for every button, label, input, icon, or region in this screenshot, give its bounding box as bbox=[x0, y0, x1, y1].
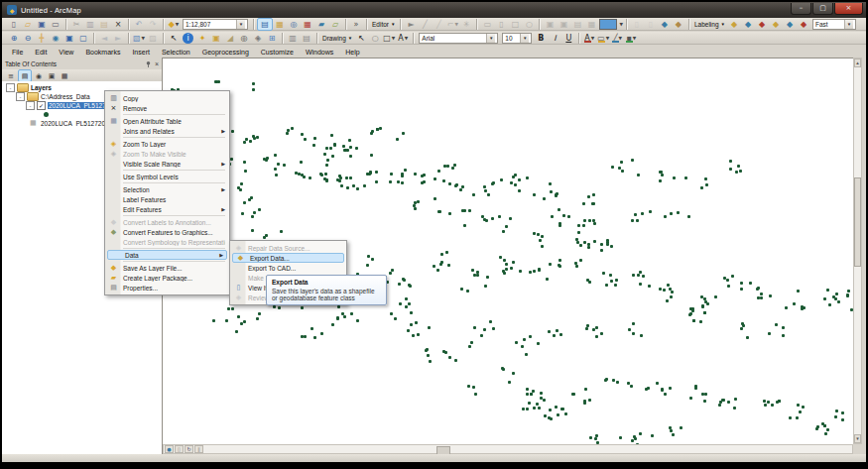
drawing-toolbar-label[interactable]: Drawing▼ bbox=[320, 35, 354, 42]
toc-root-item[interactable]: Layers bbox=[31, 84, 52, 91]
menu-item-open-attribute-table[interactable]: ▦Open Attribute Table bbox=[106, 116, 228, 126]
fill-color-icon[interactable]: ▭▼ bbox=[596, 32, 610, 44]
pause-drawing-icon[interactable]: ∥ bbox=[194, 445, 203, 453]
search-window-icon[interactable]: ◎ bbox=[287, 18, 301, 30]
bold-icon[interactable]: B bbox=[534, 32, 548, 44]
minimize-button[interactable]: – bbox=[791, 3, 811, 15]
viewer-window-icon[interactable]: ▤ bbox=[300, 32, 313, 44]
scroll-down-icon[interactable]: ▼ bbox=[854, 434, 861, 443]
save-icon[interactable]: ▣ bbox=[35, 18, 49, 30]
menu-file[interactable]: File bbox=[6, 48, 29, 57]
menu-insert[interactable]: Insert bbox=[126, 48, 156, 57]
menu-item-export-data[interactable]: ◆Export Data... bbox=[232, 253, 344, 263]
fixed-zoom-in-icon[interactable]: ▣ bbox=[62, 32, 76, 44]
modelbuilder-icon[interactable]: ▱ bbox=[328, 18, 342, 30]
marker-color-icon[interactable]: ▪▼ bbox=[624, 32, 638, 44]
menu-windows[interactable]: Windows bbox=[300, 48, 339, 57]
font-color-icon[interactable]: A▼ bbox=[582, 32, 596, 44]
menu-selection[interactable]: Selection bbox=[156, 48, 196, 57]
menu-item-remove[interactable]: ×Remove bbox=[106, 103, 228, 113]
menu-item-label-features[interactable]: Label Features bbox=[106, 194, 228, 204]
list-by-drawing-order-icon[interactable]: ≡ bbox=[5, 70, 17, 81]
menu-help[interactable]: Help bbox=[339, 48, 365, 57]
menu-item-properties[interactable]: ▤Properties... bbox=[106, 283, 228, 293]
zoom-in-icon[interactable]: ⊕ bbox=[7, 32, 21, 44]
open-folder-icon[interactable]: ▱ bbox=[21, 18, 35, 30]
menu-item-visible-scale-range[interactable]: Visible Scale Range▶ bbox=[106, 159, 228, 169]
toc-options-icon[interactable]: ▦ bbox=[59, 70, 70, 81]
full-extent-icon[interactable]: ◉ bbox=[49, 32, 62, 44]
arctoolbox-icon[interactable]: ▦ bbox=[301, 18, 314, 30]
refresh-view-icon[interactable]: ↻ bbox=[185, 445, 193, 453]
view-unplaced-icon[interactable]: ◆ bbox=[797, 18, 810, 30]
underline-icon[interactable]: U bbox=[561, 32, 575, 44]
menu-item-zoom-to-layer[interactable]: ◈Zoom To Layer bbox=[106, 139, 228, 149]
hyperlink-icon[interactable]: ✦ bbox=[195, 32, 209, 44]
fixed-zoom-out-icon[interactable]: ▢ bbox=[76, 32, 90, 44]
print-icon[interactable]: ▭ bbox=[49, 18, 62, 30]
toc-source-group[interactable]: C:\Address_Data bbox=[41, 93, 90, 100]
menu-bookmarks[interactable]: Bookmarks bbox=[79, 48, 126, 57]
drawing-select-icon[interactable]: ↖ bbox=[354, 32, 368, 44]
menu-item-edit-features[interactable]: Edit Features▶ bbox=[106, 204, 228, 214]
menu-edit[interactable]: Edit bbox=[29, 48, 53, 57]
menu-geoprocessing[interactable]: Geoprocessing bbox=[196, 48, 255, 57]
pan-icon[interactable]: ╋ bbox=[35, 32, 49, 44]
shape-tool-icon[interactable]: □▼ bbox=[382, 32, 396, 44]
menu-item-export-to-cad[interactable]: Export To CAD... bbox=[231, 263, 345, 273]
map-scale-combo[interactable]: 1:12,807▼ bbox=[183, 19, 248, 30]
label-engine-combo[interactable]: Fast▼ bbox=[812, 19, 856, 30]
symbol-color-swatch[interactable]: ▼ bbox=[598, 18, 622, 30]
go-to-xy-icon[interactable]: ⊞ bbox=[265, 32, 279, 44]
publish-icon[interactable]: ◆ bbox=[658, 18, 672, 30]
pause-labeling-icon[interactable]: ◆ bbox=[783, 18, 797, 30]
point-symbol-swatch[interactable] bbox=[44, 112, 49, 117]
menu-view[interactable]: View bbox=[53, 48, 79, 57]
menu-item-selection[interactable]: Selection▶ bbox=[106, 184, 228, 194]
delete-icon[interactable]: × bbox=[111, 18, 125, 30]
labeling-toolbar-label[interactable]: Labeling▼ bbox=[692, 21, 727, 28]
select-elements-icon[interactable]: ↖ bbox=[167, 32, 181, 44]
pin-icon[interactable] bbox=[145, 60, 152, 67]
line-color-icon[interactable]: ╱▼ bbox=[610, 32, 624, 44]
expand-icon[interactable]: - bbox=[26, 101, 35, 110]
refresh-view-icon[interactable]: ▥ bbox=[286, 32, 300, 44]
layer-visibility-checkbox[interactable]: ✓ bbox=[37, 101, 46, 110]
identify-icon[interactable]: i bbox=[183, 33, 193, 44]
add-data-icon[interactable]: ◆▼ bbox=[167, 18, 181, 30]
menu-item-copy[interactable]: ▥Copy bbox=[106, 93, 228, 103]
text-tool-icon[interactable]: A▼ bbox=[396, 32, 410, 44]
editor-toolbar-label[interactable]: Editor▼ bbox=[370, 21, 397, 28]
toc-close-icon[interactable]: × bbox=[155, 60, 159, 67]
expand-icon[interactable]: - bbox=[6, 83, 15, 92]
map-horizontal-scrollbar[interactable]: ●▯↻∥ bbox=[163, 444, 853, 454]
menu-item-create-layer-package[interactable]: ▰Create Layer Package... bbox=[106, 273, 228, 283]
zoom-out-icon[interactable]: ⊖ bbox=[21, 32, 35, 44]
label-priority-icon[interactable]: ◆ bbox=[741, 18, 755, 30]
share-icon[interactable]: » bbox=[349, 18, 363, 30]
scroll-up-icon[interactable]: ▲ bbox=[854, 59, 861, 67]
python-window-icon[interactable]: ▰ bbox=[314, 18, 328, 30]
new-document-icon[interactable]: ▯ bbox=[7, 18, 21, 30]
find-icon[interactable]: ◎ bbox=[237, 32, 251, 44]
select-features-icon[interactable]: ▧▼ bbox=[132, 32, 146, 44]
list-by-visibility-icon[interactable]: ◉ bbox=[33, 70, 45, 81]
maximize-button[interactable]: ▢ bbox=[812, 3, 833, 15]
font-size-combo[interactable]: 10▼ bbox=[502, 33, 532, 44]
menu-item-convert-features-to-graphics[interactable]: ◆Convert Features to Graphics... bbox=[106, 227, 228, 237]
font-name-combo[interactable]: Arial▼ bbox=[419, 33, 498, 44]
rotate-graphic-icon[interactable]: ○ bbox=[368, 32, 382, 44]
lock-labels-icon[interactable]: ◆ bbox=[769, 18, 783, 30]
map-vertical-scrollbar[interactable]: ▲ ▼ bbox=[853, 58, 862, 444]
list-by-selection-icon[interactable]: ▣ bbox=[46, 70, 58, 81]
layout-view-icon[interactable]: ▯ bbox=[175, 445, 184, 453]
label-manager-icon[interactable]: ◆ bbox=[727, 18, 741, 30]
menu-customize[interactable]: Customize bbox=[255, 48, 300, 57]
table-of-contents-window-icon[interactable]: ▤ bbox=[257, 18, 273, 31]
measure-icon[interactable]: ◢ bbox=[223, 32, 237, 44]
data-view-icon[interactable]: ● bbox=[165, 445, 174, 453]
catalog-window-icon[interactable]: ▦ bbox=[273, 18, 287, 30]
label-weight-icon[interactable]: ◆ bbox=[755, 18, 769, 30]
menu-item-joins-and-relates[interactable]: Joins and Relates▶ bbox=[106, 126, 228, 136]
italic-icon[interactable]: I bbox=[548, 32, 561, 44]
